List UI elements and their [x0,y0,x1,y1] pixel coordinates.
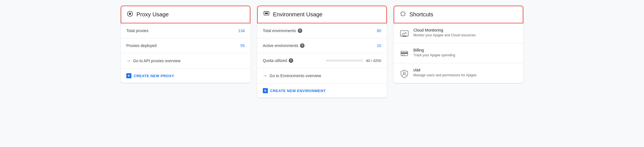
quota-display-text: 40 / 4250 [366,59,381,63]
proxy-usage-body: Total proxies 134 Proxies deployed 55 → … [121,23,250,83]
total-environments-label: Total environments ? [263,28,302,33]
quota-utilized-label: Quota utilized ? [263,58,293,63]
svg-rect-19 [402,55,403,55]
active-environments-help-icon: ? [300,43,305,48]
proxies-deployed-value[interactable]: 55 [240,43,245,48]
billing-text: Billing Track your Apigee spending [413,48,455,57]
cloud-monitoring-title: Cloud Monitoring [413,28,476,32]
shortcut-iam[interactable]: IAM Manage users and permissions for Api… [394,63,523,83]
cloud-monitoring-desc: Monitor your Apigee and Cloud resources [413,33,476,37]
svg-rect-20 [404,55,405,55]
plus-icon-env: + [263,88,268,93]
proxy-usage-title: Proxy Usage [136,11,169,18]
active-environments-row: Active environments ? 10 [257,38,387,53]
total-proxies-row: Total proxies 134 [121,23,250,38]
active-environments-value[interactable]: 10 [377,43,381,48]
iam-icon [399,68,409,79]
arrow-right-icon: → [126,58,131,63]
shortcuts-header: Shortcuts [394,6,523,23]
cloud-monitoring-icon [399,28,409,39]
billing-icon [399,48,409,59]
proxy-usage-icon [127,11,133,18]
svg-rect-18 [401,52,408,54]
proxies-deployed-row: Proxies deployed 55 [121,38,250,53]
shortcuts-icon [400,11,406,18]
total-environments-value[interactable]: 80 [377,28,381,33]
environment-usage-card: Environment Usage Total environments ? 8… [257,6,387,98]
go-to-api-proxies-link[interactable]: → Go to API proxies overview [121,53,250,69]
arrow-right-icon-env: → [263,73,267,78]
create-new-proxy-button[interactable]: + CREATE NEW PROXY [121,69,250,83]
environment-usage-header: Environment Usage [257,6,387,23]
total-proxies-value[interactable]: 134 [238,28,245,33]
total-environments-help-icon: ? [298,28,302,33]
total-environments-row: Total environments ? 80 [257,23,387,38]
create-new-environment-button[interactable]: + CREATE NEW ENVIRONMENT [257,84,387,98]
quota-bar-background [327,59,363,62]
svg-point-21 [403,72,405,74]
shortcut-cloud-monitoring[interactable]: Cloud Monitoring Monitor your Apigee and… [394,23,523,43]
svg-line-13 [404,12,405,13]
shortcut-billing[interactable]: Billing Track your Apigee spending [394,43,523,63]
iam-text: IAM Manage users and permissions for Api… [413,68,477,77]
svg-rect-15 [403,36,406,36]
environment-usage-icon [263,11,270,18]
total-proxies-label: Total proxies [126,28,149,33]
create-new-environment-label: CREATE NEW ENVIRONMENT [270,89,326,93]
shortcuts-title: Shortcuts [409,11,433,18]
svg-rect-16 [402,36,407,37]
create-new-proxy-label: CREATE NEW PROXY [134,74,174,78]
quota-container: 40 / 4250 [327,59,381,63]
go-to-api-proxies-label: Go to API proxies overview [133,59,180,63]
svg-rect-14 [400,31,408,36]
svg-line-11 [404,15,405,16]
quota-bar-fill [327,59,327,62]
billing-title: Billing [413,48,455,52]
active-environments-label: Active environments ? [263,43,305,48]
environment-usage-body: Total environments ? 80 Active environme… [257,23,387,98]
svg-line-12 [401,15,402,16]
proxy-usage-header: Proxy Usage [121,6,250,23]
environment-usage-title: Environment Usage [273,11,323,18]
shortcuts-body: Cloud Monitoring Monitor your Apigee and… [394,23,523,83]
iam-title: IAM [413,68,477,72]
cloud-monitoring-text: Cloud Monitoring Monitor your Apigee and… [413,28,476,37]
proxy-usage-card: Proxy Usage Total proxies 134 Proxies de… [121,6,250,83]
go-to-environments-label: Go to Environments overview [270,74,321,78]
iam-desc: Manage users and permissions for Apigee [413,73,477,77]
proxies-deployed-label: Proxies deployed [126,43,156,48]
svg-line-10 [401,12,402,13]
svg-rect-5 [265,12,268,14]
billing-desc: Track your Apigee spending [413,53,455,57]
plus-icon: + [126,73,131,78]
quota-help-icon: ? [289,58,293,63]
shortcuts-card: Shortcuts Cloud Monitoring Monitor your … [394,6,523,83]
go-to-environments-link[interactable]: → Go to Environments overview [257,68,387,84]
quota-utilized-row: Quota utilized ? 40 / 4250 [257,53,387,68]
